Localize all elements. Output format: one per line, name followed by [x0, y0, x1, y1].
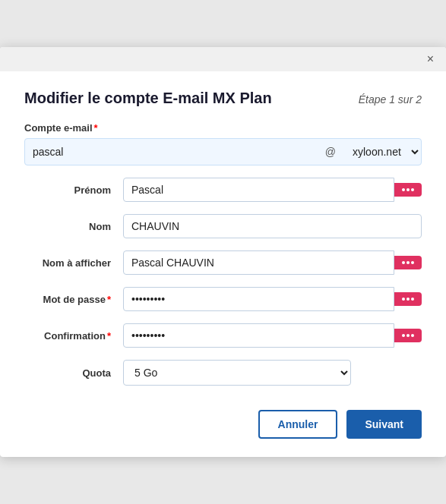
- required-marker: *: [94, 122, 98, 134]
- confirmation-input[interactable]: [123, 323, 394, 348]
- nom-label: Nom: [24, 221, 123, 232]
- required-marker-3: *: [107, 330, 111, 342]
- prenom-label: Prénom: [24, 184, 123, 196]
- at-symbol: @: [324, 146, 337, 158]
- next-button[interactable]: Suivant: [346, 410, 422, 439]
- dots-icon: [402, 188, 414, 191]
- modal-title: Modifier le compte E-mail MX Plan: [24, 90, 272, 107]
- nom-afficher-input[interactable]: [123, 250, 394, 275]
- compte-email-field-group: Compte e-mail* @ xyloon.net: [24, 122, 422, 165]
- prenom-input[interactable]: [123, 178, 394, 202]
- confirmation-extra-button[interactable]: [394, 329, 422, 342]
- prenom-extra-button[interactable]: [394, 183, 422, 197]
- confirmation-label: Confirmation*: [24, 330, 123, 342]
- form-grid: Prénom Nom Nom à afficher: [24, 178, 422, 386]
- dots-icon-3: [402, 298, 414, 301]
- compte-email-label: Compte e-mail*: [24, 122, 422, 134]
- dots-icon-4: [402, 334, 414, 337]
- nom-afficher-input-row: [123, 250, 422, 275]
- compte-email-section: Compte e-mail* @ xyloon.net: [24, 122, 422, 165]
- nom-afficher-extra-button[interactable]: [394, 256, 422, 269]
- mot-de-passe-extra-button[interactable]: [394, 292, 422, 306]
- step-indicator: Étape 1 sur 2: [359, 93, 422, 106]
- dots-icon-2: [402, 261, 414, 264]
- modal-footer: Annuler Suivant: [0, 392, 446, 439]
- quota-label: Quota: [24, 367, 123, 379]
- mot-de-passe-input-row: [123, 287, 422, 311]
- prenom-input-row: [123, 178, 422, 202]
- nom-input-row: [123, 214, 422, 238]
- domain-select[interactable]: xyloon.net: [342, 139, 421, 165]
- modal-body: Modifier le compte E-mail MX Plan Étape …: [0, 71, 446, 386]
- confirmation-input-row: [123, 323, 422, 348]
- modal-container: × Modifier le compte E-mail MX Plan Étap…: [0, 47, 446, 457]
- email-local-input[interactable]: [25, 140, 319, 164]
- cancel-button[interactable]: Annuler: [258, 410, 338, 439]
- required-marker-2: *: [107, 294, 111, 305]
- close-button[interactable]: ×: [422, 52, 438, 67]
- mot-de-passe-input[interactable]: [123, 287, 394, 311]
- quota-select[interactable]: 5 Go 10 Go 25 Go 50 Go 100 Go: [123, 360, 351, 386]
- mot-de-passe-label: Mot de passe*: [24, 294, 123, 305]
- nom-input[interactable]: [123, 214, 422, 238]
- email-row: @ xyloon.net: [24, 138, 422, 165]
- modal-header: Modifier le compte E-mail MX Plan Étape …: [24, 90, 422, 107]
- modal-topbar: ×: [0, 47, 446, 71]
- nom-afficher-label: Nom à afficher: [24, 257, 123, 269]
- quota-input-row: 5 Go 10 Go 25 Go 50 Go 100 Go: [123, 360, 422, 386]
